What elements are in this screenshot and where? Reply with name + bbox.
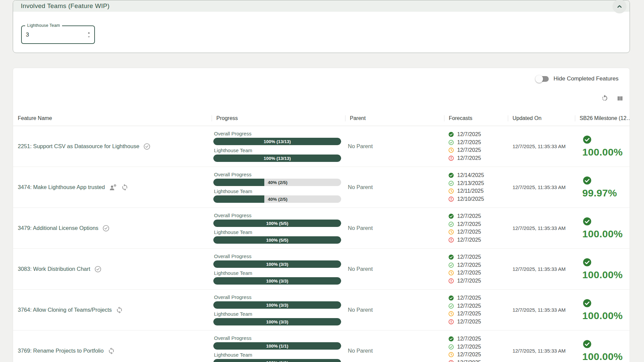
check-circle-icon — [94, 265, 102, 273]
collapse-panel-button[interactable] — [612, 0, 627, 13]
check-circle-icon — [143, 143, 151, 150]
feature-status-icons — [108, 347, 115, 355]
milestone-icon-slot — [582, 135, 592, 144]
forecast-list: 12/14/202512/13/202512/11/202512/10/2025 — [444, 167, 508, 207]
forecast-date: 12/13/2025 — [457, 180, 484, 186]
team-progress-label: Lighthouse Team — [214, 147, 341, 153]
progress-bar-value: 100% (13/13) — [213, 138, 341, 145]
warning-icon — [448, 360, 454, 362]
parent-value: No Parent — [348, 348, 373, 354]
forecast-item: 12/13/2025 — [448, 180, 508, 186]
clock-icon — [448, 270, 454, 276]
column-header-forecasts[interactable]: Forecasts — [444, 115, 508, 121]
check-filled-icon — [448, 295, 454, 301]
feature-name-link[interactable]: 2251: Support CSV as Datasource for Ligh… — [18, 143, 139, 149]
progress-cell: Overall Progress 100% (5/5) Lighthouse T… — [212, 208, 345, 248]
clock-icon — [448, 188, 454, 194]
table-header: Feature Name Progress Parent Forecasts U… — [13, 111, 630, 126]
parent-value: No Parent — [348, 307, 373, 313]
forecast-date: 12/7/2025 — [457, 344, 481, 350]
toggle-thumb — [535, 75, 543, 83]
updated-on-value: 12/7/2025, 11:35:33 AM — [513, 307, 566, 313]
panel-title: Involved Teams (Feature WIP) — [21, 2, 110, 10]
forecast-item: 12/7/2025 — [448, 311, 508, 317]
forecast-item: 12/7/2025 — [448, 131, 508, 137]
milestone-icon-slot — [582, 217, 592, 226]
overall-progress-bar: 100% (1/1) — [213, 342, 341, 350]
forecast-item: 12/7/2025 — [448, 221, 508, 227]
lighthouse-team-input[interactable] — [22, 26, 72, 43]
overall-progress-bar: 100% (13/13) — [213, 138, 341, 145]
parent-value: No Parent — [348, 143, 373, 149]
hide-completed-toggle[interactable] — [536, 76, 549, 82]
updated-on-value: 12/7/2025, 11:35:33 AM — [513, 225, 566, 231]
forecast-item: 12/10/2025 — [448, 196, 508, 202]
forecast-item: 12/7/2025 — [448, 360, 508, 362]
column-header-parent[interactable]: Parent — [345, 115, 444, 121]
feature-status-icons — [109, 183, 128, 191]
updated-on-value: 12/7/2025, 11:35:33 AM — [513, 184, 566, 190]
column-header-updated-on[interactable]: Updated On — [508, 115, 575, 121]
overall-progress-label: Overall Progress — [214, 253, 341, 259]
progress-bar-value: 100% (3/3) — [213, 260, 341, 268]
milestone-percentage: 100.00% — [582, 269, 623, 281]
progress-bar-fill — [213, 179, 264, 186]
milestone-icon-slot — [582, 176, 592, 185]
forecast-item: 12/7/2025 — [448, 229, 508, 235]
forecast-item: 12/7/2025 — [448, 262, 508, 268]
forecast-date: 12/7/2025 — [457, 254, 481, 260]
check-filled-icon — [448, 254, 454, 260]
progress-bar-value: 100% (3/3) — [213, 301, 341, 309]
column-header-sb26-milestone[interactable]: SB26 Milestone (12… — [575, 115, 630, 121]
column-header-feature-name[interactable]: Feature Name — [13, 115, 212, 121]
check-filled-icon — [582, 135, 592, 144]
stepper-down-icon[interactable] — [87, 35, 91, 38]
overall-progress-label: Overall Progress — [214, 213, 341, 218]
overall-progress-label: Overall Progress — [214, 131, 341, 136]
milestone-percentage: 99.97% — [582, 187, 617, 199]
check-outline-icon — [448, 180, 454, 186]
feature-name-link[interactable]: 3474: Make Lighthouse App trusted — [18, 184, 105, 190]
table-body: 2251: Support CSV as Datasource for Ligh… — [13, 126, 630, 362]
feature-name-link[interactable]: 3764: Allow Cloning of Teams/Projects — [18, 307, 112, 313]
forecast-date: 12/7/2025 — [457, 360, 481, 362]
progress-cell: Overall Progress 100% (3/3) Lighthouse T… — [212, 249, 345, 289]
forecast-date: 12/7/2025 — [457, 352, 481, 358]
refresh-button[interactable] — [601, 95, 608, 102]
check-outline-icon — [448, 344, 454, 350]
warning-icon — [448, 155, 454, 161]
forecast-list: 12/7/202512/7/202512/7/202512/7/2025 — [444, 208, 508, 248]
team-progress-bar: 100% (1/1) — [213, 359, 341, 362]
stepper-up-icon[interactable] — [87, 32, 91, 35]
overall-progress-bar: 40% (2/5) — [213, 179, 341, 186]
forecast-date: 12/7/2025 — [457, 147, 481, 153]
sync-icon — [108, 347, 115, 355]
forecast-date: 12/7/2025 — [457, 213, 481, 219]
progress-bar-value: 40% (2/5) — [268, 179, 287, 186]
check-filled-icon — [448, 336, 454, 342]
forecast-item: 12/7/2025 — [448, 254, 508, 260]
table-row: 3083: Work Distribution Chart Overall Pr… — [13, 249, 630, 290]
feature-name-link[interactable]: 3769: Rename Projects to Portfolio — [18, 348, 104, 354]
forecast-item: 12/7/2025 — [448, 344, 508, 350]
parent-value: No Parent — [348, 225, 373, 231]
feature-status-icons — [94, 265, 102, 273]
team-progress-bar: 100% (3/3) — [213, 318, 341, 325]
milestone-icon-slot — [582, 298, 592, 308]
hide-completed-label: Hide Completed Features — [553, 75, 619, 82]
milestone-percentage: 100.00% — [582, 146, 623, 158]
involved-teams-panel: Involved Teams (Feature WIP) Lighthouse … — [13, 0, 630, 53]
check-filled-icon — [582, 217, 592, 226]
feature-name-link[interactable]: 3479: Additional License Options — [18, 225, 98, 231]
clock-icon — [448, 229, 454, 235]
forecast-date: 12/7/2025 — [457, 270, 481, 276]
feature-name-link[interactable]: 3083: Work Distribution Chart — [18, 266, 90, 272]
engineering-icon — [109, 183, 117, 191]
forecast-date: 12/7/2025 — [457, 295, 481, 301]
column-header-progress[interactable]: Progress — [212, 115, 345, 121]
clock-icon — [448, 352, 454, 358]
feature-status-icons — [102, 225, 110, 232]
warning-icon — [448, 278, 454, 284]
columns-button[interactable] — [616, 95, 624, 102]
milestone-icon-slot — [582, 339, 592, 349]
